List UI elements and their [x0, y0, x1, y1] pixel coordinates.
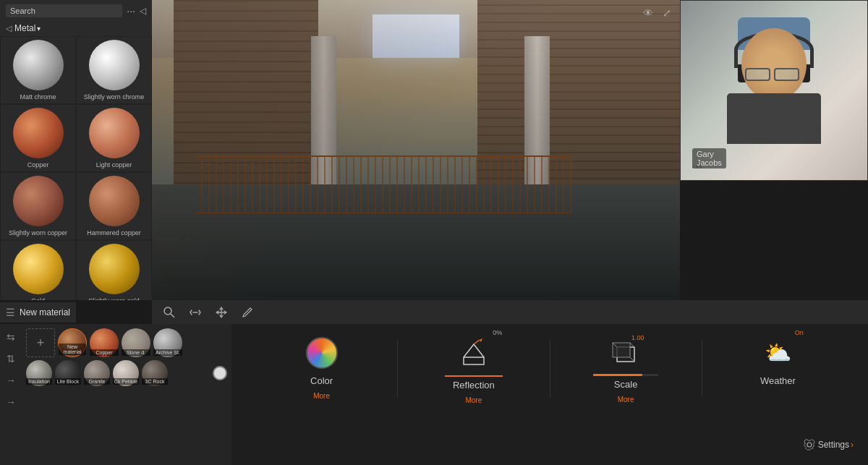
svg-point-0	[164, 307, 171, 315]
svg-rect-2	[464, 357, 484, 364]
mat-thumb-pebble[interactable]: Ck Pebble	[113, 360, 139, 386]
sphere-slightly-worn-chrome	[89, 40, 140, 90]
material-item-hammered-copper[interactable]: Hammered copper	[76, 172, 152, 240]
scale-control[interactable]: 1.00 Scale More	[550, 333, 702, 404]
material-label-matt-chrome: Matt chrome	[20, 93, 56, 101]
material-item-slightly-worn-gold[interactable]: Slightly worn gold	[76, 240, 152, 300]
sphere-slightly-worn-copper	[13, 176, 64, 226]
color-more[interactable]: More	[313, 392, 330, 400]
cloud-icon: ⛅	[765, 340, 791, 365]
material-label-hammered-copper: Hammered copper	[87, 229, 141, 236]
webcam-username: Gary Jacobs	[692, 148, 726, 168]
mat-thumb-new[interactable]: New material	[58, 328, 87, 357]
material-label-gold: Gold	[31, 297, 45, 300]
collapse-button[interactable]: ◁	[140, 6, 146, 16]
sphere-copper	[13, 108, 64, 158]
reflection-percent: 0%	[493, 329, 502, 336]
webcam-panel: Gary Jacobs	[680, 0, 868, 181]
person-silhouette	[731, 28, 817, 144]
reflection-more[interactable]: More	[465, 396, 482, 404]
mat-sidebar: ⇆ ⇅ → →	[0, 324, 22, 465]
search-input[interactable]: Search	[6, 4, 122, 17]
sphere-matt-chrome	[13, 40, 64, 90]
maximize-icon[interactable]: ⤢	[660, 6, 674, 20]
material-item-gold[interactable]: Gold	[0, 240, 76, 300]
sphere-gold	[13, 244, 64, 294]
settings-label: Settings ›	[818, 440, 854, 450]
settings-button[interactable]: Settings ›	[804, 439, 854, 451]
sidebar-icon-1[interactable]: ⇆	[4, 330, 18, 344]
mat-label-liteblock: Lite Block	[55, 378, 81, 385]
material-item-copper[interactable]: Copper	[0, 104, 76, 172]
reflection-control[interactable]: 0% Reflection More	[398, 333, 549, 404]
mat-label-archive: Archive St.	[153, 349, 182, 356]
new-material-section: ☰ New material	[0, 302, 76, 323]
add-material-button[interactable]: +	[26, 328, 55, 357]
svg-line-8	[630, 343, 634, 347]
mat-thumb-granite[interactable]: Granite	[84, 360, 110, 386]
svg-line-9	[630, 357, 634, 362]
scale-icon: 1.00	[606, 333, 646, 372]
scale-bar	[593, 374, 658, 376]
mat-thumb-stone[interactable]: Stone d.	[122, 328, 150, 357]
sphere-hammered-copper	[89, 176, 140, 226]
scale-more[interactable]: More	[618, 396, 634, 404]
mat-thumb-rock[interactable]: 3C Rock	[142, 360, 168, 386]
reflection-label: Reflection	[453, 380, 495, 391]
mat-thumb-archive[interactable]: Archive St.	[153, 328, 182, 357]
scale-value: 1.00	[631, 334, 644, 341]
material-label-slightly-worn-gold: Slightly worn gold	[88, 297, 140, 300]
material-item-slightly-worn-chrome[interactable]: Slightly worn chrome	[76, 36, 152, 104]
material-item-slightly-worn-copper[interactable]: Slightly worn copper	[0, 172, 76, 240]
weather-label: Weather	[760, 375, 796, 386]
color-label: Color	[310, 375, 333, 386]
eye-icon[interactable]: 👁	[641, 6, 655, 20]
sidebar-icon-3[interactable]: →	[4, 373, 18, 388]
color-circle[interactable]	[306, 337, 338, 369]
material-row-2: Insulation Lite Block Granite Ck Pebble …	[26, 360, 227, 386]
sidebar-icon-2[interactable]: ⇅	[4, 351, 18, 366]
material-item-matt-chrome[interactable]: Matt chrome	[0, 36, 76, 104]
material-grid: Matt chrome Slightly worn chrome Copper …	[0, 36, 152, 300]
move-tool[interactable]	[213, 304, 230, 321]
material-controls: Color More 0% Reflection More	[231, 324, 868, 465]
material-properties: Color More 0% Reflection More	[231, 324, 868, 465]
back-arrow-icon[interactable]: ◁	[6, 24, 12, 33]
color-icon	[302, 333, 341, 372]
mat-label-copper: Copper	[90, 349, 119, 356]
search-label: Search	[10, 7, 35, 15]
mat-label-insulation: Insulation	[26, 378, 52, 385]
color-control[interactable]: Color More	[246, 333, 397, 400]
mat-label-new: New material	[59, 344, 86, 355]
head	[741, 28, 807, 101]
reflection-bar	[445, 375, 503, 377]
glasses	[745, 68, 803, 81]
sidebar-icon-4[interactable]: →	[4, 395, 18, 409]
3d-viewport[interactable]: 👁 ⤢	[152, 0, 680, 300]
material-label-light-copper: Light copper	[96, 161, 132, 168]
sphere-light-copper	[89, 108, 140, 158]
material-label-slightly-worn-chrome: Slightly worn chrome	[84, 93, 145, 101]
mat-thumb-copper[interactable]: Copper	[90, 328, 119, 357]
toggle-button[interactable]	[213, 366, 227, 380]
material-browser: + New material Copper Stone d. Archive S…	[22, 324, 231, 465]
mat-thumb-liteblock[interactable]: Lite Block	[55, 360, 81, 386]
magnify-tool[interactable]	[161, 304, 178, 321]
more-button[interactable]: ···	[127, 5, 135, 17]
weather-control[interactable]: ⛅ On Weather	[702, 333, 854, 386]
material-item-light-copper[interactable]: Light copper	[76, 104, 152, 172]
viewport-toolbar	[152, 300, 868, 325]
scale-label: Scale	[614, 379, 638, 390]
svg-line-1	[171, 314, 174, 317]
bottom-panel: ⇆ ⇅ → → + New material Copper Stone d. A…	[0, 324, 868, 465]
material-label-copper: Copper	[27, 161, 49, 168]
pen-tool[interactable]	[239, 304, 256, 321]
svg-marker-4	[480, 338, 482, 342]
category-dropdown[interactable]: Metal	[14, 23, 41, 33]
link-tool[interactable]	[187, 304, 204, 321]
mat-label-pebble: Ck Pebble	[113, 378, 139, 385]
new-material-text: New material	[20, 307, 70, 317]
reflection-icon: 0%	[454, 333, 493, 372]
mat-thumb-insulation[interactable]: Insulation	[26, 360, 52, 386]
jacket	[727, 93, 821, 144]
